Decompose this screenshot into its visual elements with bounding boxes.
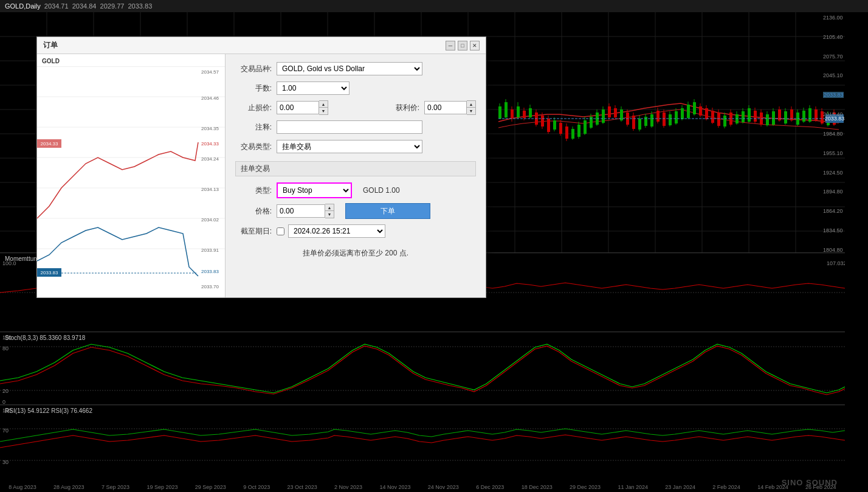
lots-row: 手数: 1.00 xyxy=(235,81,476,95)
rsi-label: RSI(13) 54.9122 RSI(3) 76.4662 xyxy=(5,407,92,414)
order-type-select[interactable]: Buy Stop xyxy=(278,184,351,197)
svg-text:20: 20 xyxy=(2,388,9,394)
takeprofit-input-group: ▲ ▼ xyxy=(424,100,476,115)
takeprofit-input[interactable] xyxy=(424,101,467,114)
order-info: GOLD 1.00 xyxy=(363,186,400,195)
expiry-checkbox-group: 2024.02.26 15:21 xyxy=(277,224,385,238)
stoploss-input-group: ▲ ▼ xyxy=(277,100,328,115)
price-up[interactable]: ▲ xyxy=(325,204,334,211)
comment-label: 注释: xyxy=(235,122,272,133)
stoch-label: Stoch(8,3,3) 85.3360 83.9718 xyxy=(5,334,85,341)
date-axis: 8 Aug 2023 28 Aug 2023 7 Sep 2023 19 Sep… xyxy=(0,482,845,492)
expiry-select[interactable]: 2024.02.26 15:21 xyxy=(288,224,385,238)
price-input-group: ▲ ▼ xyxy=(277,204,334,218)
svg-text:2034.33: 2034.33 xyxy=(201,141,219,147)
form-area: 交易品种: GOLD, Gold vs US Dollar 手数: 1.00 止… xyxy=(226,54,486,297)
comment-row: 注释: xyxy=(235,120,476,134)
order-dialog: 订单 ─ □ ✕ GOLD 2034.57 2034.46 203 xyxy=(36,36,486,298)
trade-type-row: 交易类型: 挂单交易 xyxy=(235,139,476,154)
order-type-label: 类型: xyxy=(235,185,272,196)
dialog-title: 订单 xyxy=(43,40,58,50)
hint-text: 挂单价必须远离市价至少 200 点. xyxy=(235,248,476,258)
minimize-button[interactable]: ─ xyxy=(446,41,455,50)
svg-text:2033.70: 2033.70 xyxy=(201,284,219,289)
stoploss-up[interactable]: ▲ xyxy=(319,101,328,108)
maximize-button[interactable]: □ xyxy=(458,41,467,50)
dialog-body: GOLD 2034.57 2034.46 2034.35 2034.33 203… xyxy=(37,54,486,297)
price-label: 价格: xyxy=(235,206,272,217)
expiry-row: 截至期日: 2024.02.26 15:21 xyxy=(235,224,476,238)
takeprofit-down[interactable]: ▼ xyxy=(467,108,475,114)
type-field-wrapper: Buy Stop xyxy=(277,182,352,198)
trade-type-select[interactable]: 挂单交易 xyxy=(277,140,422,153)
svg-text:2034.02: 2034.02 xyxy=(201,217,219,223)
momentum-label: Momemttum xyxy=(5,255,39,262)
svg-text:30: 30 xyxy=(2,459,9,465)
svg-text:2033.83: 2033.83 xyxy=(201,269,219,274)
stoch-chart: 100 80 20 0 xyxy=(0,332,845,405)
mini-chart: GOLD 2034.57 2034.46 2034.35 2034.33 203… xyxy=(37,54,226,297)
svg-text:2033.91: 2033.91 xyxy=(201,248,219,253)
svg-text:80: 80 xyxy=(2,345,9,352)
candles xyxy=(498,99,836,141)
svg-text:2034.46: 2034.46 xyxy=(201,95,219,101)
svg-text:2034.33: 2034.33 xyxy=(41,141,58,147)
dialog-controls: ─ □ ✕ xyxy=(446,41,480,50)
rsi-panel: RSI(13) 54.9122 RSI(3) 76.4662 100 70 30 xyxy=(0,404,845,483)
takeprofit-label: 获利价: xyxy=(389,103,419,113)
price-row: 价格: ▲ ▼ 下单 xyxy=(235,203,476,219)
stoploss-spinners: ▲ ▼ xyxy=(319,100,328,115)
symbol-select[interactable]: GOLD, Gold vs US Dollar xyxy=(277,62,422,75)
svg-text:70: 70 xyxy=(2,428,9,434)
order-type-row: 类型: Buy Stop GOLD 1.00 xyxy=(235,182,476,198)
stoch-panel: Stoch(8,3,3) 85.3360 83.9718 100 80 20 0 xyxy=(0,331,845,404)
stoploss-label: 止损价: xyxy=(235,103,272,113)
svg-text:2034.57: 2034.57 xyxy=(201,69,219,75)
mini-chart-label: GOLD xyxy=(42,58,60,64)
price-down[interactable]: ▼ xyxy=(325,211,334,218)
expiry-checkbox[interactable] xyxy=(277,227,284,235)
svg-text:2034.35: 2034.35 xyxy=(201,126,219,131)
takeprofit-spinners: ▲ ▼ xyxy=(467,100,476,115)
svg-text:2033.83: 2033.83 xyxy=(41,270,58,275)
place-order-button[interactable]: 下单 xyxy=(345,203,430,219)
symbol-label: 交易品种: xyxy=(235,64,272,74)
price-spinners: ▲ ▼ xyxy=(325,204,334,218)
svg-text:2034.24: 2034.24 xyxy=(201,156,219,162)
price-axis: 2136.00 2105.40 2075.70 2045.10 2033.83 … xyxy=(822,12,845,255)
mini-chart-svg: 2034.57 2034.46 2034.35 2034.33 2034.24 … xyxy=(37,66,226,291)
svg-text:107.0329: 107.0329 xyxy=(827,260,845,266)
section-header: 挂单交易 xyxy=(235,161,476,176)
rsi-chart: 100 70 30 xyxy=(0,405,845,484)
svg-text:2034.13: 2034.13 xyxy=(201,187,219,192)
symbol-info: GOLD,Daily 2034.71 2034.84 2029.77 2033.… xyxy=(5,2,152,10)
stoploss-input[interactable] xyxy=(277,101,319,114)
sl-tp-row: 止损价: ▲ ▼ 获利价: ▲ ▼ xyxy=(235,100,476,115)
comment-input[interactable] xyxy=(277,120,422,134)
stoploss-down[interactable]: ▼ xyxy=(319,108,328,114)
watermark: SINO SOUND xyxy=(782,477,838,487)
takeprofit-up[interactable]: ▲ xyxy=(467,101,475,108)
price-input[interactable] xyxy=(277,204,325,218)
dialog-titlebar: 订单 ─ □ ✕ xyxy=(37,37,486,54)
symbol-row: 交易品种: GOLD, Gold vs US Dollar xyxy=(235,61,476,76)
close-button[interactable]: ✕ xyxy=(470,41,480,50)
trade-type-label: 交易类型: xyxy=(235,142,272,152)
expiry-label: 截至期日: xyxy=(235,226,272,237)
lots-label: 手数: xyxy=(235,83,272,94)
lots-select[interactable]: 1.00 xyxy=(277,81,350,95)
top-bar: GOLD,Daily 2034.71 2034.84 2029.77 2033.… xyxy=(0,0,868,12)
